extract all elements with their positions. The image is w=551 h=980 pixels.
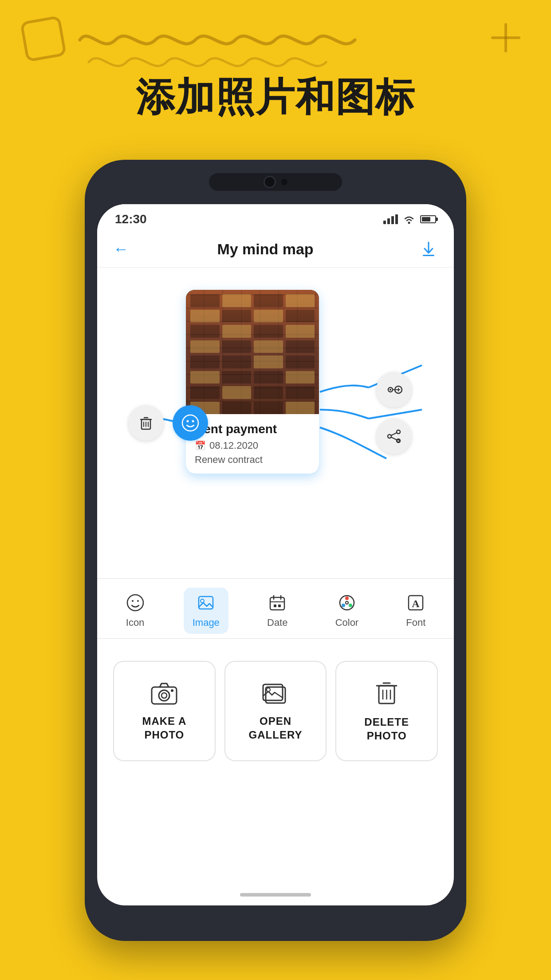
- svg-rect-0: [21, 17, 65, 60]
- app-header: ← My mind map: [97, 231, 454, 268]
- camera-icon: [151, 681, 177, 705]
- node-date: 08.12.2020: [209, 440, 258, 451]
- back-button[interactable]: ←: [113, 240, 129, 258]
- download-icon[interactable]: [419, 240, 438, 258]
- main-node[interactable]: Rent payment 📅 08.12.2020 Renew contract: [186, 290, 319, 474]
- svg-point-21: [397, 430, 400, 434]
- delete-node-button[interactable]: [128, 405, 164, 441]
- status-bar: 12:30: [97, 204, 454, 231]
- svg-point-41: [342, 604, 345, 607]
- date-tab-icon: [268, 593, 287, 612]
- svg-point-11: [182, 415, 198, 431]
- delete-photo-label: DELETE PHOTO: [364, 715, 409, 743]
- svg-point-12: [187, 420, 189, 423]
- make-photo-label: MAKE A PHOTO: [142, 714, 186, 742]
- status-time: 12:30: [115, 212, 147, 226]
- delete-icon: [374, 680, 399, 706]
- action-buttons-area: MAKE A PHOTO OPEN GALLERY: [97, 639, 454, 779]
- svg-point-28: [132, 600, 134, 602]
- page-title: 添加照片和图标: [0, 71, 551, 124]
- toolbar-image-tab[interactable]: Image: [184, 588, 228, 634]
- node-subtitle: Renew contract: [195, 454, 310, 466]
- svg-point-31: [201, 599, 204, 603]
- svg-point-29: [137, 600, 139, 602]
- phone-frame: 12:30: [85, 160, 466, 941]
- svg-point-47: [161, 693, 167, 698]
- font-tab-label: Font: [406, 617, 425, 628]
- svg-rect-4: [423, 255, 434, 256]
- battery-icon: [420, 215, 436, 223]
- open-gallery-button[interactable]: OPEN GALLERY: [224, 661, 327, 761]
- front-sensor: [281, 179, 287, 185]
- svg-point-3: [408, 222, 410, 224]
- svg-point-20: [388, 435, 391, 438]
- status-icons: [383, 214, 436, 224]
- icon-tab-label: Icon: [126, 617, 145, 628]
- svg-point-27: [127, 595, 143, 611]
- svg-rect-36: [274, 605, 276, 607]
- share-button[interactable]: [376, 419, 412, 454]
- node-image: [186, 290, 319, 414]
- svg-point-42: [346, 601, 348, 604]
- mind-map-canvas: Rent payment 📅 08.12.2020 Renew contract: [97, 268, 454, 578]
- home-indicator: [240, 893, 311, 897]
- color-tab-label: Color: [335, 617, 359, 628]
- svg-line-24: [391, 437, 397, 440]
- open-gallery-label: OPEN GALLERY: [249, 714, 303, 742]
- signal-icon: [383, 214, 398, 224]
- image-tab-label: Image: [193, 617, 220, 628]
- date-icon: 📅: [195, 440, 206, 451]
- svg-point-46: [159, 690, 169, 701]
- toolbar-date-tab[interactable]: Date: [258, 588, 296, 634]
- color-tab-icon: [337, 593, 357, 612]
- phone-screen: 12:30: [97, 204, 454, 905]
- image-tab-icon: [196, 593, 216, 612]
- toolbar-font-tab[interactable]: A Font: [397, 588, 434, 634]
- phone-notch: [209, 173, 342, 191]
- gallery-icon: [262, 681, 289, 705]
- svg-point-15: [390, 389, 391, 391]
- camera-lens: [264, 176, 276, 188]
- emoji-button[interactable]: [173, 405, 208, 441]
- svg-text:A: A: [412, 598, 420, 609]
- svg-rect-30: [199, 597, 213, 609]
- font-tab-icon: A: [406, 593, 425, 612]
- svg-point-40: [349, 604, 352, 607]
- icon-tab-icon: [126, 593, 145, 612]
- node-title: Rent payment: [195, 422, 310, 436]
- date-tab-label: Date: [267, 617, 287, 628]
- node-date-row: 📅 08.12.2020: [195, 440, 310, 451]
- svg-point-39: [345, 597, 349, 600]
- wifi-icon: [402, 214, 416, 224]
- toolbar-icon-tab[interactable]: Icon: [117, 588, 154, 634]
- delete-photo-button[interactable]: DELETE PHOTO: [335, 661, 438, 761]
- svg-line-23: [391, 433, 397, 435]
- svg-point-48: [171, 689, 173, 692]
- toolbar-color-tab[interactable]: Color: [327, 588, 368, 634]
- header-title: My mind map: [138, 241, 393, 258]
- make-photo-button[interactable]: MAKE A PHOTO: [113, 661, 216, 761]
- toolbar: Icon Image: [97, 578, 454, 639]
- svg-point-13: [192, 420, 194, 423]
- add-node-button[interactable]: [376, 372, 412, 407]
- svg-rect-32: [270, 597, 284, 610]
- svg-rect-37: [278, 605, 281, 607]
